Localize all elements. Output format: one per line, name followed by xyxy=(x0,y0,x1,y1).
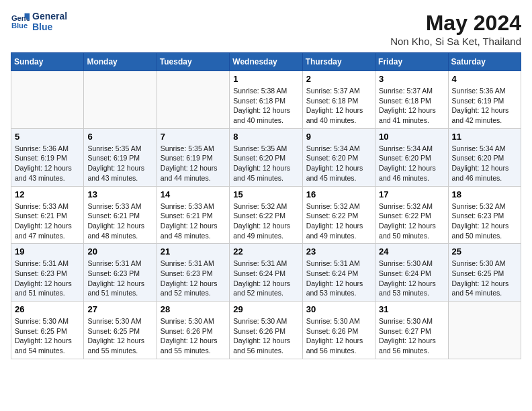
cell-info: Sunset: 6:26 PM xyxy=(233,326,298,336)
day-number: 27 xyxy=(87,304,152,314)
cell-info: Sunset: 6:20 PM xyxy=(233,153,298,163)
calendar-cell: 13Sunrise: 5:33 AMSunset: 6:21 PMDayligh… xyxy=(84,186,157,244)
cell-info: and 40 minutes. xyxy=(306,116,371,126)
header-saturday: Saturday xyxy=(448,53,521,71)
week-row-2: 5Sunrise: 5:36 AMSunset: 6:19 PMDaylight… xyxy=(11,128,521,186)
cell-info: Sunset: 6:22 PM xyxy=(233,211,298,221)
cell-info: and 51 minutes. xyxy=(87,288,152,298)
cell-info: Daylight: 12 hours xyxy=(306,221,371,231)
cell-info: Sunset: 6:20 PM xyxy=(306,153,371,163)
logo: General Blue General Blue xyxy=(11,11,67,32)
cell-info: Daylight: 12 hours xyxy=(87,336,152,346)
day-number: 10 xyxy=(379,132,444,142)
cell-info: Daylight: 12 hours xyxy=(161,279,226,289)
cell-info: Sunset: 6:24 PM xyxy=(379,269,444,279)
calendar-cell: 25Sunrise: 5:30 AMSunset: 6:25 PMDayligh… xyxy=(448,244,521,302)
cell-info: Daylight: 12 hours xyxy=(161,336,226,346)
cell-info: and 44 minutes. xyxy=(161,173,226,183)
cell-info: Sunrise: 5:32 AM xyxy=(379,201,444,212)
calendar-cell xyxy=(84,71,157,129)
cell-info: and 54 minutes. xyxy=(15,346,80,356)
cell-info: Daylight: 12 hours xyxy=(87,163,152,173)
calendar-cell: 7Sunrise: 5:35 AMSunset: 6:19 PMDaylight… xyxy=(157,128,229,186)
cell-info: Sunset: 6:27 PM xyxy=(379,326,444,336)
day-number: 14 xyxy=(161,189,226,199)
day-number: 8 xyxy=(233,132,298,142)
cell-info: Sunrise: 5:31 AM xyxy=(306,259,371,269)
cell-info: and 52 minutes. xyxy=(233,288,298,298)
day-number: 22 xyxy=(233,246,298,257)
calendar-cell: 16Sunrise: 5:32 AMSunset: 6:22 PMDayligh… xyxy=(302,186,375,244)
cell-info: Daylight: 12 hours xyxy=(233,105,298,116)
cell-info: and 48 minutes. xyxy=(87,231,152,241)
week-row-1: 1Sunrise: 5:38 AMSunset: 6:18 PMDaylight… xyxy=(11,71,521,129)
cell-info: Sunrise: 5:31 AM xyxy=(87,259,152,269)
cell-info: and 40 minutes. xyxy=(233,116,298,126)
cell-info: Sunrise: 5:34 AM xyxy=(306,144,371,154)
cell-info: Daylight: 12 hours xyxy=(306,163,371,173)
cell-info: Daylight: 12 hours xyxy=(15,163,80,173)
cell-info: and 53 minutes. xyxy=(306,288,371,298)
cell-info: Daylight: 12 hours xyxy=(15,279,80,289)
cell-info: Sunrise: 5:30 AM xyxy=(87,316,152,326)
cell-info: Sunrise: 5:33 AM xyxy=(15,201,80,212)
cell-info: and 45 minutes. xyxy=(306,173,371,183)
calendar-body: 1Sunrise: 5:38 AMSunset: 6:18 PMDaylight… xyxy=(11,71,521,359)
cell-info: Sunrise: 5:30 AM xyxy=(233,316,298,326)
cell-info: Sunset: 6:18 PM xyxy=(306,96,371,106)
cell-info: and 45 minutes. xyxy=(233,173,298,183)
calendar-cell xyxy=(448,302,521,359)
calendar-cell: 15Sunrise: 5:32 AMSunset: 6:22 PMDayligh… xyxy=(230,186,302,244)
day-number: 16 xyxy=(306,189,371,199)
logo-text-blue: Blue xyxy=(32,21,67,32)
calendar-cell: 12Sunrise: 5:33 AMSunset: 6:21 PMDayligh… xyxy=(11,186,84,244)
calendar-header: SundayMondayTuesdayWednesdayThursdayFrid… xyxy=(11,53,521,71)
cell-info: Sunset: 6:19 PM xyxy=(452,96,517,106)
calendar-cell: 17Sunrise: 5:32 AMSunset: 6:22 PMDayligh… xyxy=(375,186,448,244)
calendar-cell: 2Sunrise: 5:37 AMSunset: 6:18 PMDaylight… xyxy=(302,71,375,129)
cell-info: and 52 minutes. xyxy=(161,288,226,298)
day-number: 13 xyxy=(87,189,152,199)
cell-info: and 49 minutes. xyxy=(306,231,371,241)
day-number: 2 xyxy=(306,74,371,84)
cell-info: and 55 minutes. xyxy=(87,346,152,356)
cell-info: Sunset: 6:23 PM xyxy=(87,269,152,279)
cell-info: Daylight: 12 hours xyxy=(87,279,152,289)
cell-info: Sunrise: 5:32 AM xyxy=(233,201,298,212)
calendar-cell: 1Sunrise: 5:38 AMSunset: 6:18 PMDaylight… xyxy=(230,71,302,129)
day-number: 3 xyxy=(379,74,444,84)
day-number: 31 xyxy=(379,304,444,314)
day-number: 23 xyxy=(306,246,371,257)
day-number: 11 xyxy=(452,132,517,142)
calendar-cell: 9Sunrise: 5:34 AMSunset: 6:20 PMDaylight… xyxy=(302,128,375,186)
header-monday: Monday xyxy=(84,53,157,71)
cell-info: Daylight: 12 hours xyxy=(233,221,298,231)
calendar-cell: 20Sunrise: 5:31 AMSunset: 6:23 PMDayligh… xyxy=(84,244,157,302)
cell-info: and 54 minutes. xyxy=(452,288,517,298)
cell-info: Daylight: 12 hours xyxy=(379,221,444,231)
cell-info: Sunset: 6:23 PM xyxy=(452,211,517,221)
calendar-cell: 5Sunrise: 5:36 AMSunset: 6:19 PMDaylight… xyxy=(11,128,84,186)
day-number: 1 xyxy=(233,74,298,84)
cell-info: Daylight: 12 hours xyxy=(233,279,298,289)
cell-info: and 43 minutes. xyxy=(15,173,80,183)
cell-info: Sunrise: 5:35 AM xyxy=(161,144,226,154)
cell-info: Daylight: 12 hours xyxy=(233,336,298,346)
cell-info: Sunrise: 5:30 AM xyxy=(161,316,226,326)
cell-info: Sunset: 6:19 PM xyxy=(161,153,226,163)
cell-info: Sunrise: 5:30 AM xyxy=(379,316,444,326)
day-number: 29 xyxy=(233,304,298,314)
day-number: 4 xyxy=(452,74,517,84)
cell-info: Sunrise: 5:33 AM xyxy=(87,201,152,212)
cell-info: Sunrise: 5:31 AM xyxy=(15,259,80,269)
cell-info: Sunrise: 5:30 AM xyxy=(452,259,517,269)
calendar-table: SundayMondayTuesdayWednesdayThursdayFrid… xyxy=(11,52,521,359)
cell-info: Sunset: 6:18 PM xyxy=(379,96,444,106)
cell-info: Sunset: 6:22 PM xyxy=(379,211,444,221)
day-number: 17 xyxy=(379,189,444,199)
calendar-subtitle: Non Kho, Si Sa Ket, Thailand xyxy=(390,36,521,47)
cell-info: Sunrise: 5:35 AM xyxy=(233,144,298,154)
calendar-cell: 30Sunrise: 5:30 AMSunset: 6:26 PMDayligh… xyxy=(302,302,375,359)
cell-info: Daylight: 12 hours xyxy=(379,279,444,289)
week-row-4: 19Sunrise: 5:31 AMSunset: 6:23 PMDayligh… xyxy=(11,244,521,302)
